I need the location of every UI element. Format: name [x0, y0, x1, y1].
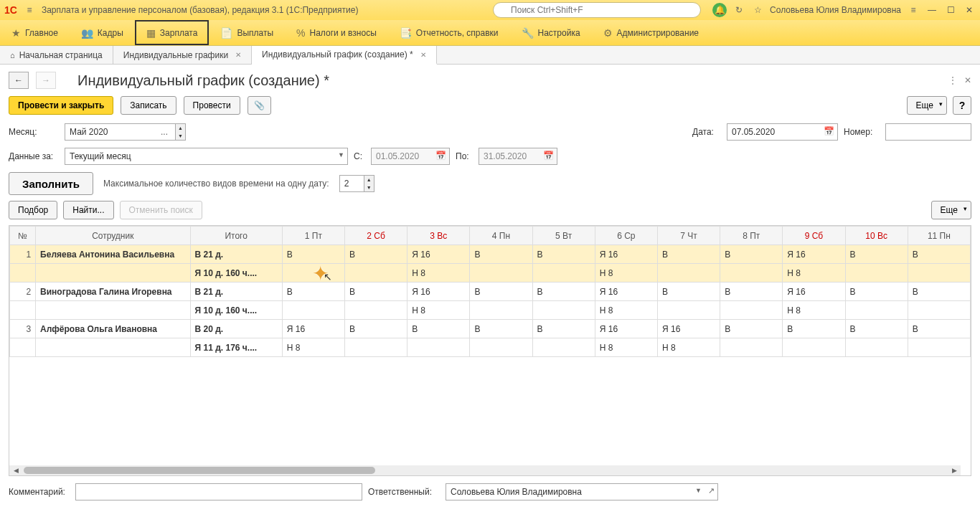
col-header[interactable]: 4 Пн [470, 227, 532, 245]
day-cell[interactable]: В [783, 320, 845, 338]
day-cell[interactable]: В [345, 283, 407, 301]
chevron-down-icon[interactable]: ▼ [338, 151, 344, 158]
table-row[interactable]: Я 10 д. 160 ч....Н 8Н 8Н 8 [10, 301, 971, 320]
help-button[interactable]: ? [953, 96, 971, 115]
maximize-button[interactable]: ☐ [944, 5, 957, 15]
day-cell[interactable] [657, 264, 720, 283]
day-cell[interactable]: В [532, 245, 595, 264]
day-cell[interactable]: В [845, 283, 908, 301]
day-cell[interactable] [657, 301, 720, 320]
day-cell[interactable]: В [720, 283, 783, 301]
day-cell[interactable]: В [282, 283, 344, 301]
day-cell[interactable] [720, 264, 783, 283]
day-cell[interactable]: В [532, 283, 595, 301]
day-cell[interactable]: В [908, 320, 970, 338]
col-header[interactable]: Сотрудник [36, 227, 190, 245]
day-cell[interactable] [720, 338, 783, 357]
month-spinner[interactable]: ▲▼ [176, 123, 186, 141]
day-cell[interactable]: В [470, 320, 532, 338]
date-input[interactable]: 07.05.2020📅 [727, 123, 838, 141]
day-cell[interactable] [470, 264, 532, 283]
day-cell[interactable]: Я 16 [282, 320, 344, 338]
post-and-close-button[interactable]: Провести и закрыть [9, 96, 113, 115]
post-button[interactable]: Провести [184, 96, 240, 115]
day-cell[interactable] [470, 338, 532, 357]
day-cell[interactable]: В [345, 245, 407, 264]
find-button[interactable]: Найти... [63, 201, 113, 219]
day-cell[interactable]: В [657, 245, 720, 264]
col-header[interactable]: 8 Пт [720, 227, 783, 245]
day-cell[interactable]: Я 16 [783, 283, 845, 301]
calendar-icon[interactable]: 📅 [824, 126, 834, 136]
col-header[interactable]: 5 Вт [532, 227, 595, 245]
day-cell[interactable] [908, 301, 970, 320]
pick-button[interactable]: Подбор [9, 201, 57, 219]
responsible-input[interactable]: Соловьева Юлия Владимировна▼↗ [446, 483, 718, 500]
nav-back-button[interactable]: ← [9, 72, 29, 89]
day-cell[interactable]: В [908, 283, 970, 301]
day-cell[interactable] [407, 338, 470, 357]
day-cell[interactable]: Н 8 [407, 301, 470, 320]
day-cell[interactable] [345, 338, 407, 357]
chevron-down-icon[interactable]: ▼ [695, 487, 702, 494]
day-cell[interactable] [345, 264, 407, 283]
day-cell[interactable]: В [720, 320, 783, 338]
global-search-input[interactable] [493, 2, 701, 18]
col-header[interactable]: № [10, 227, 36, 245]
col-header[interactable]: Итого [190, 227, 282, 245]
schedule-table[interactable]: №СотрудникИтого1 Пт2 Сб3 Вс4 Пн5 Вт6 Ср7… [9, 226, 971, 357]
col-header[interactable]: 11 Пн [908, 227, 970, 245]
scroll-right-icon[interactable]: ▶ [949, 465, 959, 475]
open-ref-icon[interactable]: ↗ [708, 486, 715, 495]
favorites-icon[interactable]: ☆ [751, 5, 764, 15]
day-cell[interactable] [845, 301, 908, 320]
nav-item-Кадры[interactable]: 👥Кадры [70, 20, 135, 45]
col-header[interactable]: 9 Сб [783, 227, 845, 245]
day-cell[interactable]: Я 16 [407, 245, 470, 264]
max-types-spinner[interactable]: ▲▼ [364, 175, 374, 192]
comment-input[interactable] [75, 483, 362, 500]
kebab-icon[interactable]: ⋮ [948, 75, 957, 85]
day-cell[interactable] [345, 301, 407, 320]
day-cell[interactable]: В [720, 245, 783, 264]
nav-item-Отчетность, справки[interactable]: 📑Отчетность, справки [388, 20, 510, 45]
day-cell[interactable]: В [845, 320, 908, 338]
close-tab-icon[interactable]: ✕ [235, 51, 241, 59]
day-cell[interactable] [845, 338, 908, 357]
history-icon[interactable]: ↻ [732, 5, 745, 15]
day-cell[interactable]: Н 8 [595, 338, 657, 357]
day-cell[interactable]: В [282, 245, 344, 264]
day-cell[interactable]: Я 16 [595, 283, 657, 301]
day-cell[interactable] [908, 338, 970, 357]
close-window-button[interactable]: ✕ [963, 5, 976, 15]
day-cell[interactable] [908, 264, 970, 283]
month-input[interactable]: Май 2020... [65, 123, 176, 141]
day-cell[interactable]: Я 16 [595, 245, 657, 264]
day-cell[interactable]: Н 8 [595, 264, 657, 283]
close-tab-icon[interactable]: ✕ [420, 51, 426, 59]
table-row[interactable]: Я 10 д. 160 ч....Н 8Н 8Н 8 [10, 264, 971, 283]
day-cell[interactable]: Н 8 [783, 264, 845, 283]
table-row[interactable]: 1Беляева Антонина ВасильевнаВ 21 д.ВВЯ 1… [10, 245, 971, 264]
nav-item-Главное[interactable]: ★Главное [0, 20, 70, 45]
day-cell[interactable]: Н 8 [595, 301, 657, 320]
day-cell[interactable]: Я 16 [657, 320, 720, 338]
filter-icon[interactable]: ≡ [907, 5, 920, 15]
day-cell[interactable] [845, 264, 908, 283]
day-cell[interactable] [720, 301, 783, 320]
col-header[interactable]: 1 Пт [282, 227, 344, 245]
col-header[interactable]: 6 Ср [595, 227, 657, 245]
fill-button[interactable]: Заполнить [9, 172, 93, 195]
day-cell[interactable]: Н 8 [783, 301, 845, 320]
day-cell[interactable] [783, 338, 845, 357]
nav-item-Выплаты[interactable]: 📄Выплаты [209, 20, 285, 45]
save-button[interactable]: Записать [121, 96, 176, 115]
day-cell[interactable]: Н 8 [282, 338, 344, 357]
day-cell[interactable] [532, 301, 595, 320]
number-input[interactable] [885, 123, 971, 141]
scroll-left-icon[interactable]: ◀ [11, 465, 21, 475]
day-cell[interactable] [532, 264, 595, 283]
max-types-input[interactable]: 2 [339, 175, 364, 192]
day-cell[interactable]: Н 8 [657, 338, 720, 357]
day-cell[interactable]: В [908, 245, 970, 264]
